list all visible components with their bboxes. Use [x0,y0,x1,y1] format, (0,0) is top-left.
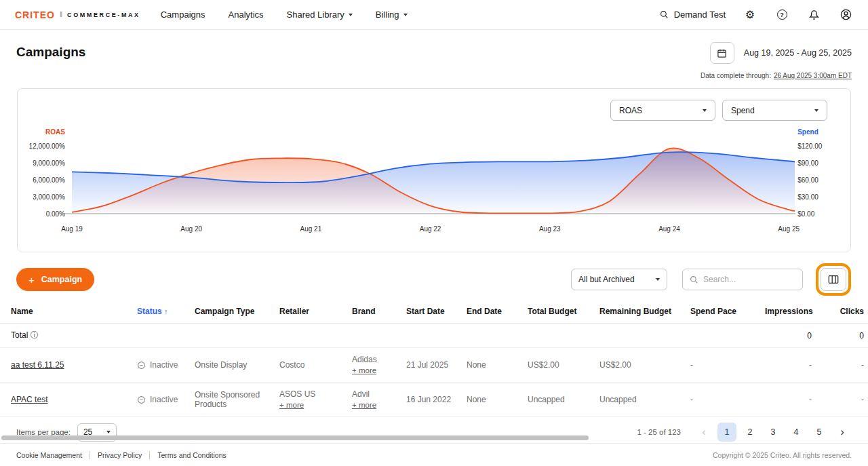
performance-chart: ROASSpend12,000.00%9,000.00%6,000.00%3,0… [18,125,849,239]
impressions-cell: - [765,348,823,383]
search-icon [660,10,669,19]
column-header-status[interactable]: Status ↑ [137,300,195,324]
svg-text:6,000.00%: 6,000.00% [33,176,65,184]
campaigns-table: NameStatus ↑Campaign TypeRetailerBrandSt… [0,300,868,417]
help-button[interactable]: ? [774,7,789,22]
svg-text:0.00%: 0.00% [46,210,65,218]
page-button-2[interactable]: 2 [741,423,760,442]
table-header-row: NameStatus ↑Campaign TypeRetailerBrandSt… [0,300,868,324]
column-header-impressions[interactable]: Impressions [765,300,823,324]
nav-item-label: Analytics [229,9,264,20]
previous-page-button[interactable]: ‹ [694,423,713,442]
column-header-spend-pace[interactable]: Spend Pace [690,300,765,324]
nav-item-billing[interactable]: Billing [376,9,408,20]
status-label: Inactive [150,360,178,370]
chevron-down-icon [403,14,408,16]
column-header-name[interactable]: Name [0,300,137,324]
page-header: Campaigns Aug 19, 2025 - Aug 25, 2025 Da… [0,30,868,88]
search-input[interactable] [703,275,791,284]
calendar-button[interactable] [710,42,734,64]
notifications-button[interactable] [806,7,821,22]
chevron-down-icon [106,431,111,433]
copyright-text: Copyright © 2025 Criteo. All rights rese… [713,451,852,459]
svg-text:$30.00: $30.00 [797,193,818,201]
column-header-end-date[interactable]: End Date [467,300,528,324]
total-impressions: 0 [765,324,823,348]
column-header-clicks[interactable]: Clicks [823,300,868,324]
nav-item-campaigns[interactable]: Campaigns [161,9,205,20]
table-row[interactable]: aa test 6.11.25InactiveOnsite DisplayCos… [0,348,868,383]
column-header-campaign-type[interactable]: Campaign Type [195,300,279,324]
spend-pace-cell: - [690,383,765,417]
profile-button[interactable] [838,7,853,22]
campaign-toolbar: + Campaign All but Archived [0,267,868,292]
chevron-down-icon [814,109,818,112]
new-campaign-button[interactable]: + Campaign [16,268,94,291]
plus-icon: + [28,275,35,285]
page-button-1[interactable]: 1 [717,423,736,442]
status-filter-select[interactable]: All but Archived [571,269,667,290]
chevron-down-icon [656,278,660,281]
footer-divider [90,451,90,459]
column-header-start-date[interactable]: Start Date [406,300,467,324]
retailer-more-link[interactable]: + more [279,401,304,409]
page-button-5[interactable]: 5 [810,423,829,442]
page-buttons: 12345 [717,423,829,442]
column-header-retailer[interactable]: Retailer [279,300,352,324]
info-icon[interactable]: ⓘ [31,330,39,340]
footer-link-privacy-policy[interactable]: Privacy Policy [98,451,142,459]
table-row[interactable]: APAC testInactiveOnsite Sponsored Produc… [0,383,868,417]
criteo-logo[interactable]: CRITEO ‖ COMMERCE-MAX [15,9,140,20]
horizontal-scrollbar[interactable] [1,435,589,440]
svg-text:ROAS: ROAS [45,128,65,136]
logo-commerce-max-text: COMMERCE-MAX [67,12,140,18]
svg-text:3,000.00%: 3,000.00% [33,193,65,201]
nav-item-shared-library[interactable]: Shared Library [287,9,353,20]
column-settings-button[interactable] [821,268,846,291]
inactive-status-icon [137,361,146,370]
retailer-cell: ASOS US+ more [279,383,352,417]
total-budget-cell: Uncapped [528,383,599,417]
logo-criteo-text: CRITEO [15,9,55,20]
nav-item-label: Billing [376,9,399,20]
settings-button[interactable]: ⚙ [743,7,757,22]
column-header-brand[interactable]: Brand [352,300,406,324]
total-label: Total [11,330,28,340]
spend-pace-cell: - [690,348,765,383]
gear-icon: ⚙ [745,9,755,20]
brand-more-link[interactable]: + more [352,366,376,374]
brand-more-link[interactable]: + more [352,401,376,409]
campaign-name-link[interactable]: aa test 6.11.25 [11,360,64,370]
nav-right: Demand Test ⚙ ? [660,7,853,22]
svg-text:$120.00: $120.00 [797,142,823,150]
remaining-budget-cell: US$2.00 [599,348,690,383]
column-header-total-budget[interactable]: Total Budget [528,300,599,324]
toolbar-right: All but Archived [571,268,852,291]
right-metric-select[interactable]: Spend [722,100,827,121]
svg-text:Aug 23: Aug 23 [539,225,561,233]
nav-item-analytics[interactable]: Analytics [229,9,264,20]
page-button-4[interactable]: 4 [787,423,806,442]
campaign-name-link[interactable]: APAC test [11,395,47,404]
footer-link-terms-and-conditions[interactable]: Terms and Conditions [157,451,226,459]
account-icon [840,9,852,20]
left-metric-select[interactable]: ROAS [610,100,715,121]
column-header-remaining-budget[interactable]: Remaining Budget [599,300,690,324]
campaign-type-cell: Onsite Display [195,348,279,383]
chart-metric-controls: ROAS Spend [610,100,827,121]
data-complete-note: Data complete through:26 Aug 2025 3:00am… [701,72,852,79]
account-selector[interactable]: Demand Test [660,9,726,20]
nav-items: CampaignsAnalyticsShared LibraryBilling [161,9,408,20]
end-date-cell: None [467,348,528,383]
svg-text:$90.00: $90.00 [797,159,818,167]
start-date-cell: 21 Jul 2025 [406,348,467,383]
total-row: Total ⓘ00 [0,324,868,348]
next-page-button[interactable]: › [833,423,852,442]
right-metric-value: Spend [731,106,755,115]
footer-link-cookie-management[interactable]: Cookie Management [16,451,82,459]
help-icon: ? [777,9,787,20]
data-complete-link[interactable]: 26 Aug 2025 3:00am EDT [774,72,852,79]
brand-cell: Adidas+ more [352,348,406,383]
date-range-text[interactable]: Aug 19, 2025 - Aug 25, 2025 [744,48,852,58]
page-button-3[interactable]: 3 [764,423,783,442]
